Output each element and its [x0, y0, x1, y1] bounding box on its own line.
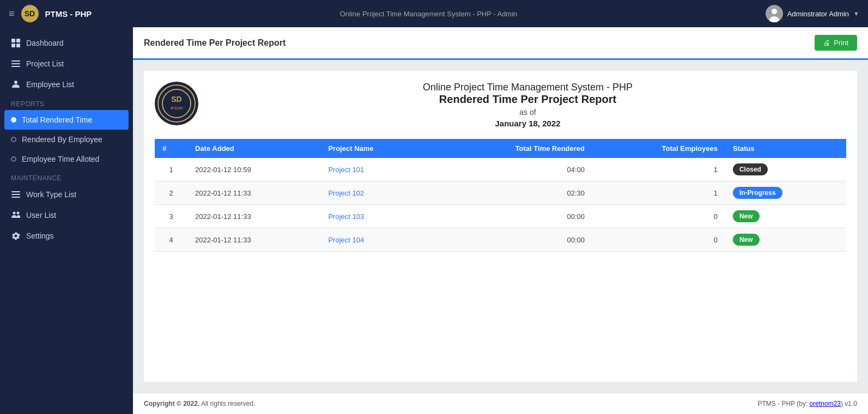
- sidebar-item-dashboard[interactable]: Dashboard: [0, 33, 133, 53]
- main-content: Rendered Time Per Project Report 🖨 Print: [133, 27, 868, 414]
- cell-num: 2: [155, 181, 187, 205]
- col-date-added: Date Added: [187, 139, 320, 158]
- sidebar-section-maintenance: Maintenance: [0, 169, 133, 184]
- sidebar-item-employee-time-alloted[interactable]: Employee Time Alloted: [0, 149, 133, 169]
- report-logo-inner: SD IPSUM: [157, 84, 196, 123]
- active-dot-icon: [11, 117, 16, 123]
- col-total-employees: Total Employees: [592, 139, 725, 158]
- svg-rect-8: [11, 63, 20, 64]
- cell-project-name: Project 103: [320, 205, 434, 228]
- svg-rect-13: [11, 197, 20, 198]
- col-project-name: Project Name: [320, 139, 434, 158]
- svg-rect-4: [16, 39, 20, 42]
- list-icon: [11, 59, 21, 69]
- sidebar-label-rendered-by-employee: Rendered By Employee: [22, 135, 102, 144]
- cell-num: 3: [155, 205, 187, 228]
- hamburger-icon[interactable]: ≡: [9, 8, 15, 20]
- sidebar-label-settings: Settings: [26, 232, 54, 240]
- sidebar-item-total-rendered-time[interactable]: Total Rendered Time: [4, 110, 129, 130]
- footer-author-link[interactable]: oretnom23: [810, 400, 841, 407]
- report-header: SD IPSUM Online Project Time Management …: [155, 82, 846, 128]
- report-logo: SD IPSUM: [155, 82, 198, 125]
- svg-point-15: [17, 212, 20, 215]
- report-main-title: Rendered Time Per Project Report: [209, 93, 846, 106]
- app-wrapper: ≡ SD PTMS - PHP Online Project Time Mana…: [0, 0, 868, 414]
- sidebar-item-settings[interactable]: Settings: [0, 226, 133, 246]
- cell-status: New: [725, 228, 846, 252]
- dashboard-icon: [11, 38, 21, 48]
- table-row: 4 2022-01-12 11:33 Project 104 00:00 0 N…: [155, 228, 846, 252]
- admin-menu[interactable]: Adminstrator Admin ▼: [766, 5, 859, 22]
- cell-project-name: Project 102: [320, 181, 434, 205]
- page-header: Rendered Time Per Project Report 🖨 Print: [133, 27, 868, 60]
- app-title: PTMS - PHP: [45, 9, 92, 19]
- sidebar: Dashboard Project List Employee Li: [0, 27, 133, 414]
- status-badge: Closed: [733, 163, 768, 175]
- sidebar-item-work-type-list[interactable]: Work Type List: [0, 184, 133, 205]
- sidebar-label-employee-list: Employee List: [26, 80, 74, 89]
- cell-total-time: 04:00: [434, 158, 592, 181]
- report-as-of: as of: [209, 108, 846, 117]
- svg-rect-7: [11, 60, 20, 62]
- sidebar-item-user-list[interactable]: User List: [0, 205, 133, 226]
- footer-rights: All rights reserved.: [201, 400, 255, 407]
- cell-date-added: 2022-01-12 11:33: [187, 205, 320, 228]
- settings-icon: [11, 231, 21, 241]
- cell-date-added: 2022-01-12 10:59: [187, 158, 320, 181]
- admin-name: Adminstrator Admin: [787, 10, 849, 18]
- page-title: Rendered Time Per Project Report: [144, 38, 286, 48]
- report-title-block: Online Project Time Management System - …: [209, 82, 846, 128]
- cell-status: New: [725, 205, 846, 228]
- footer: Copyright © 2022. All rights reserved. P…: [133, 393, 868, 414]
- body-wrapper: Dashboard Project List Employee Li: [0, 27, 868, 414]
- svg-rect-6: [16, 44, 20, 47]
- sidebar-label-dashboard: Dashboard: [26, 39, 64, 47]
- admin-dropdown-icon: ▼: [853, 10, 859, 17]
- cell-project-name: Project 104: [320, 228, 434, 252]
- top-bar: ≡ SD PTMS - PHP Online Project Time Mana…: [0, 0, 868, 27]
- cell-total-employees: 1: [592, 181, 725, 205]
- footer-copyright: Copyright © 2022. All rights reserved.: [144, 400, 255, 407]
- cell-total-time: 00:00: [434, 228, 592, 252]
- sidebar-label-project-list: Project List: [26, 59, 64, 68]
- report-sys-title: Online Project Time Management System - …: [209, 82, 846, 93]
- status-badge: In-Progress: [733, 187, 782, 199]
- sidebar-label-work-type-list: Work Type List: [26, 190, 76, 199]
- sidebar-item-project-list[interactable]: Project List: [0, 53, 133, 74]
- sidebar-label-user-list: User List: [26, 211, 56, 220]
- svg-rect-11: [11, 191, 20, 192]
- sidebar-item-rendered-by-employee[interactable]: Rendered By Employee: [0, 130, 133, 149]
- sidebar-label-employee-time-alloted: Employee Time Alloted: [22, 155, 99, 163]
- sidebar-section-reports: Reports: [0, 95, 133, 110]
- footer-version: ) v1.0: [841, 400, 857, 407]
- cell-total-employees: 0: [592, 228, 725, 252]
- svg-point-1: [772, 9, 777, 14]
- footer-app-info-text: PTMS - PHP (by:: [757, 400, 809, 407]
- cell-num: 4: [155, 228, 187, 252]
- svg-text:SD: SD: [171, 95, 181, 104]
- status-badge: New: [733, 234, 760, 246]
- app-logo: SD: [21, 5, 39, 22]
- sidebar-item-employee-list[interactable]: Employee List: [0, 74, 133, 95]
- svg-text:IPSUM: IPSUM: [171, 106, 183, 110]
- cell-date-added: 2022-01-12 11:33: [187, 228, 320, 252]
- footer-copyright-text: Copyright © 2022.: [144, 400, 199, 407]
- print-button[interactable]: 🖨 Print: [815, 35, 857, 51]
- svg-point-16: [162, 89, 191, 118]
- cell-total-time: 00:00: [434, 205, 592, 228]
- printer-icon: 🖨: [823, 39, 830, 47]
- svg-rect-5: [11, 44, 15, 47]
- report-date: January 18, 2022: [209, 119, 846, 128]
- report-area: SD IPSUM Online Project Time Management …: [144, 71, 857, 382]
- report-table: # Date Added Project Name Total Time Ren…: [155, 139, 846, 252]
- cell-status: In-Progress: [725, 181, 846, 205]
- svg-rect-12: [11, 194, 20, 195]
- svg-rect-9: [11, 66, 20, 67]
- cell-project-name: Project 101: [320, 158, 434, 181]
- topbar-center-text: Online Project Time Management System - …: [340, 10, 518, 18]
- status-badge: New: [733, 210, 760, 222]
- col-total-time: Total Time Rendered: [434, 139, 592, 158]
- table-row: 1 2022-01-12 10:59 Project 101 04:00 1 C…: [155, 158, 846, 181]
- svg-rect-3: [11, 39, 15, 42]
- col-num: #: [155, 139, 187, 158]
